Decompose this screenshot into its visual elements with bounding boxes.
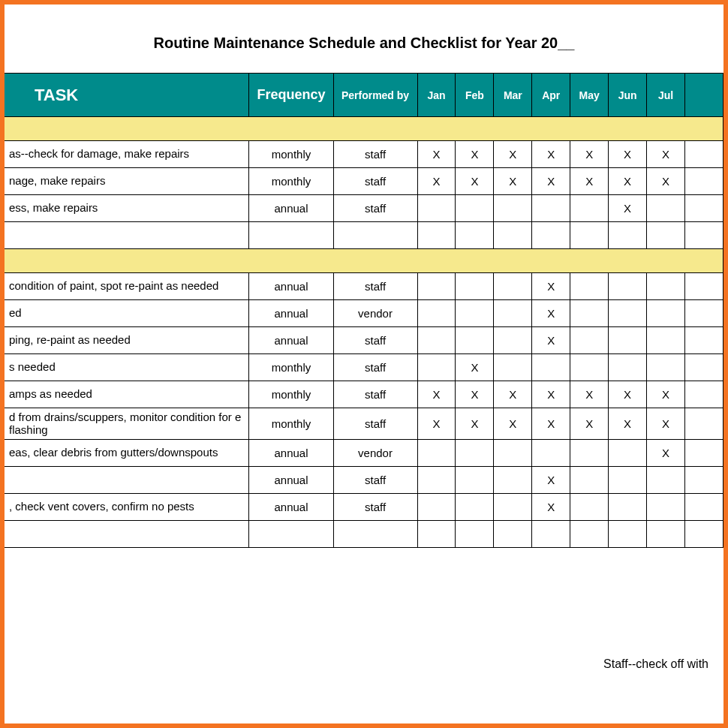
month-cell[interactable] — [417, 195, 456, 222]
month-cell[interactable]: X — [570, 408, 609, 440]
month-cell[interactable]: X — [532, 381, 570, 408]
month-cell[interactable] — [685, 521, 723, 548]
month-cell[interactable]: X — [456, 354, 494, 381]
month-cell[interactable] — [456, 440, 494, 467]
month-cell[interactable]: X — [532, 408, 570, 440]
month-cell[interactable] — [494, 222, 532, 249]
month-cell[interactable]: X — [494, 381, 532, 408]
month-cell[interactable] — [494, 521, 532, 548]
month-cell[interactable] — [609, 521, 647, 548]
month-cell[interactable] — [609, 273, 647, 300]
month-cell[interactable]: X — [570, 381, 609, 408]
month-cell[interactable] — [417, 440, 456, 467]
month-cell[interactable]: X — [417, 141, 456, 168]
month-cell[interactable] — [685, 168, 723, 195]
month-cell[interactable] — [532, 222, 570, 249]
month-cell[interactable]: X — [494, 408, 532, 440]
month-cell[interactable] — [494, 327, 532, 354]
month-cell[interactable]: X — [494, 168, 532, 195]
month-cell[interactable]: X — [456, 408, 494, 440]
month-cell[interactable] — [417, 354, 456, 381]
month-cell[interactable]: X — [532, 300, 570, 327]
month-cell[interactable]: X — [532, 327, 570, 354]
month-cell[interactable] — [685, 440, 723, 467]
month-cell[interactable] — [685, 381, 723, 408]
month-cell[interactable] — [417, 222, 456, 249]
month-cell[interactable]: X — [456, 381, 494, 408]
month-cell[interactable] — [570, 327, 609, 354]
month-cell[interactable] — [570, 222, 609, 249]
month-cell[interactable] — [685, 408, 723, 440]
month-cell[interactable]: X — [532, 141, 570, 168]
month-cell[interactable] — [570, 195, 609, 222]
month-cell[interactable] — [647, 354, 685, 381]
month-cell[interactable] — [647, 273, 685, 300]
month-cell[interactable] — [685, 222, 723, 249]
month-cell[interactable]: X — [456, 168, 494, 195]
month-cell[interactable] — [609, 494, 647, 521]
month-cell[interactable] — [609, 467, 647, 494]
month-cell[interactable]: X — [456, 141, 494, 168]
month-cell[interactable]: X — [609, 195, 647, 222]
month-cell[interactable]: X — [609, 141, 647, 168]
month-cell[interactable] — [417, 327, 456, 354]
month-cell[interactable] — [647, 300, 685, 327]
month-cell[interactable] — [570, 494, 609, 521]
month-cell[interactable]: X — [570, 168, 609, 195]
month-cell[interactable] — [532, 195, 570, 222]
month-cell[interactable] — [417, 494, 456, 521]
month-cell[interactable] — [456, 521, 494, 548]
month-cell[interactable]: X — [532, 467, 570, 494]
month-cell[interactable]: X — [609, 408, 647, 440]
month-cell[interactable] — [685, 327, 723, 354]
month-cell[interactable] — [494, 273, 532, 300]
month-cell[interactable] — [609, 222, 647, 249]
month-cell[interactable] — [685, 195, 723, 222]
month-cell[interactable] — [570, 467, 609, 494]
month-cell[interactable] — [685, 494, 723, 521]
month-cell[interactable] — [685, 300, 723, 327]
month-cell[interactable] — [456, 494, 494, 521]
month-cell[interactable] — [494, 494, 532, 521]
month-cell[interactable] — [570, 300, 609, 327]
month-cell[interactable] — [609, 327, 647, 354]
month-cell[interactable] — [456, 327, 494, 354]
month-cell[interactable] — [570, 440, 609, 467]
month-cell[interactable]: X — [532, 494, 570, 521]
month-cell[interactable] — [685, 141, 723, 168]
month-cell[interactable] — [456, 467, 494, 494]
month-cell[interactable]: X — [417, 381, 456, 408]
month-cell[interactable] — [570, 521, 609, 548]
month-cell[interactable]: X — [609, 381, 647, 408]
month-cell[interactable] — [456, 222, 494, 249]
month-cell[interactable]: X — [647, 408, 685, 440]
month-cell[interactable] — [532, 521, 570, 548]
month-cell[interactable] — [532, 440, 570, 467]
month-cell[interactable] — [494, 467, 532, 494]
month-cell[interactable] — [417, 300, 456, 327]
month-cell[interactable]: X — [647, 168, 685, 195]
month-cell[interactable] — [417, 273, 456, 300]
month-cell[interactable] — [456, 273, 494, 300]
month-cell[interactable]: X — [494, 141, 532, 168]
month-cell[interactable] — [647, 222, 685, 249]
month-cell[interactable]: X — [417, 408, 456, 440]
month-cell[interactable] — [494, 354, 532, 381]
month-cell[interactable] — [685, 354, 723, 381]
month-cell[interactable] — [647, 494, 685, 521]
month-cell[interactable] — [570, 354, 609, 381]
month-cell[interactable] — [647, 467, 685, 494]
month-cell[interactable] — [532, 354, 570, 381]
month-cell[interactable]: X — [609, 168, 647, 195]
month-cell[interactable] — [456, 195, 494, 222]
month-cell[interactable]: X — [647, 381, 685, 408]
month-cell[interactable] — [647, 521, 685, 548]
month-cell[interactable]: X — [570, 141, 609, 168]
month-cell[interactable] — [647, 327, 685, 354]
month-cell[interactable] — [417, 467, 456, 494]
month-cell[interactable] — [609, 354, 647, 381]
month-cell[interactable] — [685, 273, 723, 300]
month-cell[interactable] — [494, 300, 532, 327]
month-cell[interactable] — [494, 440, 532, 467]
month-cell[interactable] — [456, 300, 494, 327]
